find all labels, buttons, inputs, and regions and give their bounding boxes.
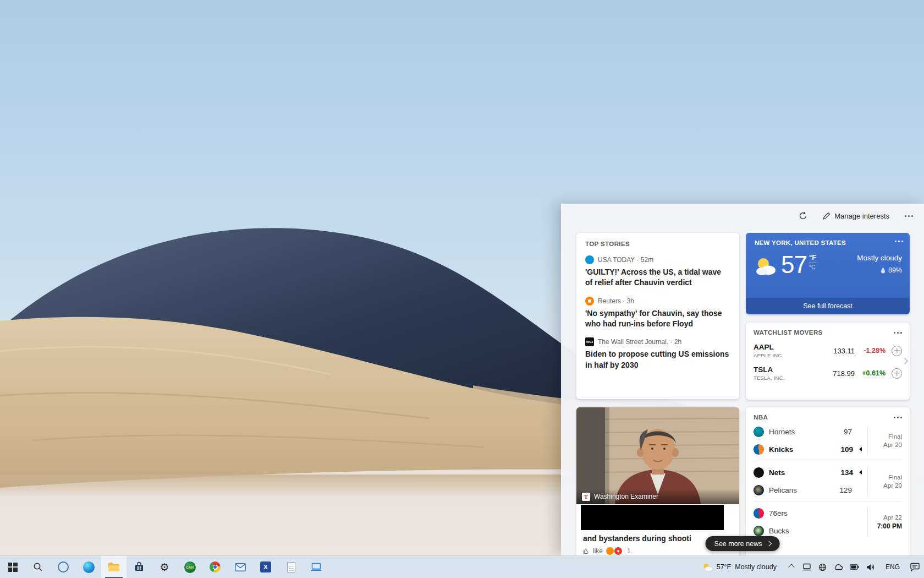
battery-icon[interactable]: [850, 562, 860, 572]
team-row: Nets 134: [754, 466, 862, 479]
refresh-button[interactable]: [799, 211, 807, 220]
humidity-value: 89%: [888, 266, 902, 274]
unit-celsius[interactable]: °C: [809, 263, 816, 270]
video-source-name: Washington Examiner: [594, 493, 658, 500]
game-status-line: Final: [873, 474, 902, 481]
search-button[interactable]: [25, 556, 51, 578]
tray-network-icon[interactable]: [818, 562, 828, 572]
volume-icon[interactable]: [866, 562, 876, 572]
see-more-news-button[interactable]: See more news: [706, 536, 780, 551]
story-source-row: Reuters · 3h: [585, 297, 730, 306]
weather-main: 57 °F °C Mostly cloudy 89%: [754, 253, 902, 278]
unit-fahrenheit[interactable]: °F: [809, 254, 816, 263]
stock-row[interactable]: TSLA TESLA, INC. 718.99 +0.61%: [754, 366, 902, 381]
weather-unit-toggle[interactable]: °F °C: [809, 254, 816, 270]
pencil-icon: [823, 212, 831, 220]
file-explorer-icon: [108, 562, 120, 572]
story-source-row: USA TODAY · 52m: [585, 255, 730, 264]
store-button[interactable]: [127, 556, 152, 578]
tray-weather-condition: Mostly cloudy: [735, 563, 777, 571]
watchlist-header: WATCHLIST MOVERS: [754, 329, 823, 336]
game-status: Apr 22 7:00 PM: [867, 506, 902, 537]
winner-arrow-icon: [859, 470, 862, 475]
team-row: 76ers: [754, 506, 862, 520]
usa-today-favicon-icon: [585, 255, 594, 264]
cortana-icon: [58, 561, 69, 572]
story-headline[interactable]: 'GUILTY!' Across the US, a tidal wave of…: [585, 267, 730, 288]
news-story[interactable]: USA TODAY · 52m 'GUILTY!' Across the US,…: [585, 255, 730, 288]
game-status: Final Apr 20: [867, 425, 902, 456]
edge-button[interactable]: [76, 556, 101, 578]
file-explorer-button[interactable]: [101, 556, 127, 578]
add-to-watchlist-button[interactable]: [892, 368, 902, 379]
can-app-button[interactable]: CAN: [177, 556, 202, 578]
tray-laptop-icon[interactable]: [802, 562, 812, 572]
tray-weather-temp: 57°F: [717, 563, 732, 571]
video-thumbnail[interactable]: T Washington Examiner: [576, 407, 739, 504]
team-name: Pelicans: [769, 486, 797, 494]
see-full-forecast-link[interactable]: See full forecast: [746, 298, 910, 314]
washington-examiner-logo: T: [582, 493, 590, 501]
notepad-button[interactable]: [278, 556, 304, 578]
story-meta: Reuters · 3h: [598, 297, 634, 305]
cortana-button[interactable]: [51, 556, 76, 578]
team-score: 134: [839, 468, 853, 477]
stock-change: +0.61%: [855, 369, 886, 377]
stock-price: 133.11: [824, 347, 855, 355]
stock-price: 718.99: [824, 369, 855, 378]
stock-company: TESLA, INC.: [754, 375, 801, 381]
browser-app-button[interactable]: [202, 556, 228, 578]
store-icon: [134, 561, 145, 572]
story-headline[interactable]: Biden to propose cutting US emissions in…: [585, 349, 730, 370]
show-hidden-icons-chevron[interactable]: [788, 564, 794, 570]
top-stories-card: TOP STORIES USA TODAY · 52m 'GUILTY!' Ac…: [576, 233, 739, 399]
video-news-card[interactable]: T Washington Examiner and bystanders dur…: [576, 407, 739, 556]
flyout-toolbar: Manage interests: [799, 211, 913, 220]
colorful-browser-icon: [210, 561, 221, 572]
video-source-bar: T Washington Examiner: [576, 489, 739, 504]
language-indicator[interactable]: ENG: [882, 563, 904, 571]
weather-card[interactable]: NEW YORK, UNITED STATES 57 °F °C Mostly …: [746, 233, 910, 314]
reaction-count: 1: [627, 547, 631, 555]
team-score: 97: [838, 428, 852, 436]
mail-button[interactable]: [228, 556, 253, 578]
watchlist-next-chevron-icon[interactable]: [901, 358, 908, 364]
laptop-app-icon: [310, 563, 322, 572]
news-and-interests-flyout: Manage interests TOP STORIES USA TODAY ·…: [561, 204, 924, 556]
game-status-line: Final: [873, 433, 902, 440]
news-story[interactable]: WSJ The Wall Street Journal. · 2h Biden …: [585, 337, 730, 370]
story-headline[interactable]: 'No sympathy' for Chauvin, say those who…: [585, 308, 730, 330]
manage-interests-button[interactable]: Manage interests: [823, 212, 889, 220]
weather-temperature: 57: [781, 253, 807, 277]
team-name: Hornets: [769, 428, 795, 436]
stock-row[interactable]: AAPL APPLE INC. 133.11 -1.28%: [754, 343, 902, 358]
bucks-logo-icon: [754, 526, 764, 536]
manage-interests-label: Manage interests: [834, 212, 889, 220]
hornets-logo-icon: [754, 427, 764, 437]
see-more-news-label: See more news: [714, 540, 762, 548]
notepad-icon: [287, 562, 295, 572]
device-app-button[interactable]: [304, 556, 329, 578]
news-story[interactable]: Reuters · 3h 'No sympathy' for Chauvin, …: [585, 297, 730, 330]
watchlist-more-button[interactable]: [894, 332, 902, 334]
pelicans-logo-icon: [754, 485, 764, 495]
start-button[interactable]: [0, 556, 25, 578]
taskbar-weather-button[interactable]: 57°F Mostly cloudy: [698, 556, 781, 578]
team-name: Knicks: [769, 445, 793, 454]
action-center-icon[interactable]: [910, 562, 920, 572]
x-app-button[interactable]: X: [253, 556, 278, 578]
weather-more-button[interactable]: [895, 241, 903, 242]
team-name: 76ers: [769, 509, 788, 517]
nba-game[interactable]: 76ers Bucks Apr 22 7:00 PM: [754, 501, 902, 542]
onedrive-icon[interactable]: [834, 562, 844, 572]
weather-location: NEW YORK, UNITED STATES: [755, 239, 888, 246]
nba-more-button[interactable]: [894, 417, 902, 418]
search-icon: [33, 562, 43, 572]
flyout-more-button[interactable]: [905, 215, 913, 217]
add-to-watchlist-button[interactable]: [892, 346, 902, 356]
nba-game[interactable]: Nets 134 Pelicans 129 Final Apr 20: [754, 461, 902, 501]
game-date: Apr 20: [873, 441, 902, 448]
settings-button[interactable]: ⚙: [152, 556, 177, 578]
tray-weather-icon: [702, 563, 713, 572]
nba-game[interactable]: Hornets 97 Knicks 109 Final Apr 20: [754, 421, 902, 461]
